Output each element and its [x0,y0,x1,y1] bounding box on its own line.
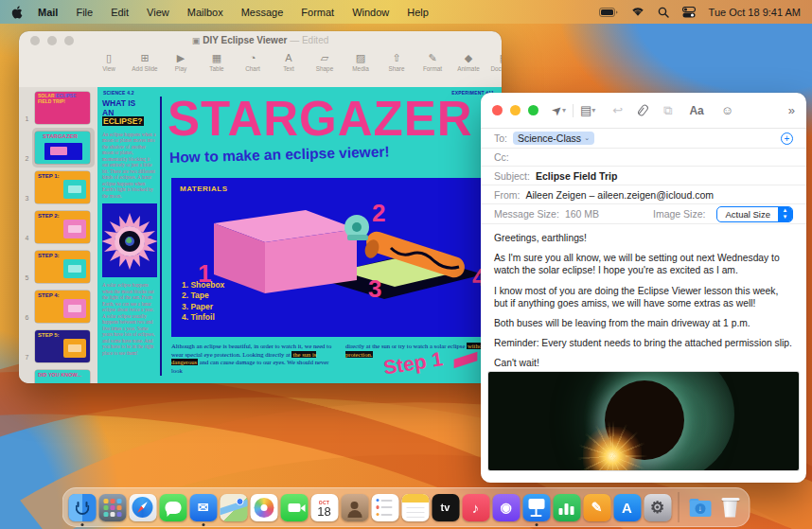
slide-thumbnail-2[interactable]: STARGAZER [35,132,90,164]
add slide-icon: ⊞ [140,52,149,64]
slide-thumbnail-4[interactable]: STEP 2: [35,211,90,243]
slide-stargazer[interactable]: SCIENCE 4.2 EXPERIMENT #11 WHAT IS AN EC… [97,87,502,383]
menu-clock[interactable]: Tue Oct 18 9:41 AM [709,7,801,18]
dock-item-reminders[interactable] [371,494,399,521]
subject-row[interactable]: Subject: Eclipse Field Trip [481,167,806,185]
cc-row[interactable]: Cc: [481,149,806,167]
zoom-button[interactable] [528,105,538,115]
dock-item-downloads[interactable]: ↓ [686,494,715,521]
slide-thumbnail-row: 1SOLAR ECLIPSE FIELD TRIP! [19,92,97,124]
toolbar-chart-button[interactable]: ◔Chart [235,52,271,72]
toolbar-play-button[interactable]: ▶Play [163,52,199,72]
dock-item-settings[interactable]: ⚙ [644,494,672,521]
toolbar-add-slide-button[interactable]: ⊞Add Slide [127,52,163,72]
toolbar-animate-button[interactable]: ◆Animate [450,52,486,72]
body-paragraph[interactable]: As I'm sure you all know, we will be set… [494,252,793,276]
wifi-icon[interactable] [631,7,644,17]
dock-item-calendar[interactable]: OCT18 [310,494,339,521]
menu-item-mail[interactable]: Mail [38,7,58,18]
battery-icon[interactable] [599,8,618,17]
toolbar-document-button[interactable]: ▤Document [486,52,502,72]
calendar-icon: OCT18 [310,494,338,521]
slide-thumbnail-3[interactable]: STEP 1: [35,171,90,203]
dock-item-pages[interactable]: ✎ [583,494,611,521]
dock-item-mail[interactable]: ✉ [189,494,218,521]
reply-icon[interactable]: ↩ [612,104,623,116]
apple-menu-icon[interactable] [11,6,23,19]
dock-item-podcasts[interactable]: ◉ [492,494,521,521]
attach-icon[interactable] [637,103,650,117]
mail-compose-window[interactable]: ➤▾▤▾↩⧉Aa☺» To: Science-Class⌄ + Cc: Subj… [481,93,806,483]
control-center-icon[interactable] [682,7,696,18]
body-paragraph[interactable]: Reminder: Every student needs to bring t… [494,337,793,349]
menu-item-message[interactable]: Message [241,7,284,18]
add-recipient-button[interactable]: + [781,132,793,145]
slide-thumbnail-7[interactable]: STEP 5: [35,330,90,362]
recipient-token[interactable]: Science-Class⌄ [513,132,594,145]
menu-item-help[interactable]: Help [407,7,429,18]
menu-item-format[interactable]: Format [301,7,334,18]
dock-item-numbers[interactable] [553,494,581,521]
dock-item-photos[interactable] [250,494,278,521]
toolbar-view-button[interactable]: ▯View [91,52,127,72]
toolbar-share-button[interactable]: ⇧Share [379,52,415,72]
dock-item-trash[interactable] [716,494,745,521]
send-icon[interactable]: ➤ [549,102,565,118]
from-value[interactable]: Aileen Zeigen – aileen.zeigen@icloud.com [525,189,714,201]
eclipse-attachment-image[interactable] [488,372,799,470]
dock-item-finder[interactable] [68,494,97,521]
toolbar-media-button[interactable]: ▨Media [343,52,379,72]
insert-icon[interactable]: ⧉ [663,104,672,116]
toolbar-text-button[interactable]: AText [271,52,307,72]
slide-navigator[interactable]: 1SOLAR ECLIPSE FIELD TRIP!2STARGAZER3STE… [19,87,97,383]
dock-item-keynote[interactable] [522,494,551,521]
menu-item-mailbox[interactable]: Mailbox [187,7,223,18]
slide-canvas[interactable]: SCIENCE 4.2 EXPERIMENT #11 WHAT IS AN EC… [97,87,502,383]
header-fields-chevron-icon[interactable]: ▾ [591,107,595,115]
body-paragraph[interactable]: I know most of you are doing the Eclipse… [494,285,793,309]
slide-thumbnail-6[interactable]: STEP 4: [35,291,90,323]
subject-value[interactable]: Eclipse Field Trip [536,170,617,182]
format-icon[interactable]: Aa [689,105,703,116]
dock-item-safari[interactable] [129,494,157,521]
dock-item-notes[interactable] [401,494,430,521]
slide-title[interactable]: STARGAZER [168,95,502,143]
image-size-select[interactable]: Actual Size ▲▼ [716,206,793,222]
from-row[interactable]: From: Aileen Zeigen – aileen.zeigen@iclo… [481,185,806,204]
to-row[interactable]: To: Science-Class⌄ + [481,129,806,149]
close-button[interactable] [492,105,503,115]
emoji-icon[interactable]: ☺ [721,104,733,116]
toolbar-table-button[interactable]: ▦Table [199,52,235,72]
materials-box[interactable]: MATERIALS [171,178,499,337]
dock-item-tv[interactable]: tv [432,494,460,521]
overflow-icon[interactable]: » [788,104,795,116]
downloads-icon: ↓ [686,494,714,521]
toolbar-shape-button[interactable]: ▱Shape [307,52,343,72]
slide-thumbnail-5[interactable]: STEP 3: [35,251,90,283]
toolbar-format-button[interactable]: ✎Format [415,52,450,72]
dock-item-maps[interactable] [220,494,248,521]
keynote-window[interactable]: ▣DIY Eclipse Viewer — Edited ▯View⊞Add S… [19,31,502,383]
body-paragraph[interactable]: Greetings, earthlings! [494,232,793,244]
dock-item-messages[interactable] [159,494,187,521]
dock-item-music[interactable]: ♪ [462,494,490,521]
keynote-titlebar[interactable]: ▣DIY Eclipse Viewer — Edited [19,31,502,49]
slide-thumbnail-8[interactable]: DID YOU KNOW... [35,370,90,383]
slide-thumbnail-1[interactable]: SOLAR ECLIPSE FIELD TRIP! [35,92,90,124]
menu-item-edit[interactable]: Edit [111,7,129,18]
menu-item-window[interactable]: Window [352,7,389,18]
menu-item-view[interactable]: View [147,7,169,18]
header-fields-icon[interactable]: ▤ [580,104,591,116]
body-paragraph[interactable]: Can't wait! [494,357,793,369]
body-paragraph[interactable]: Both buses will be leaving from the main… [494,317,793,329]
menu-item-file[interactable]: File [76,7,93,18]
toolbar-label: Text [283,65,294,72]
slide-main-column: STARGAZER How to make an eclipse viewer!… [168,95,502,383]
dock-item-appstore[interactable]: A [613,494,642,521]
minimize-button[interactable] [510,105,521,115]
search-icon[interactable] [658,7,669,18]
warning-paragraph-left: Although an eclipse is beautiful, in ord… [171,343,338,375]
dock-item-launchpad[interactable] [98,494,127,521]
dock-item-facetime[interactable] [280,494,309,521]
dock-item-contacts[interactable] [341,494,369,521]
